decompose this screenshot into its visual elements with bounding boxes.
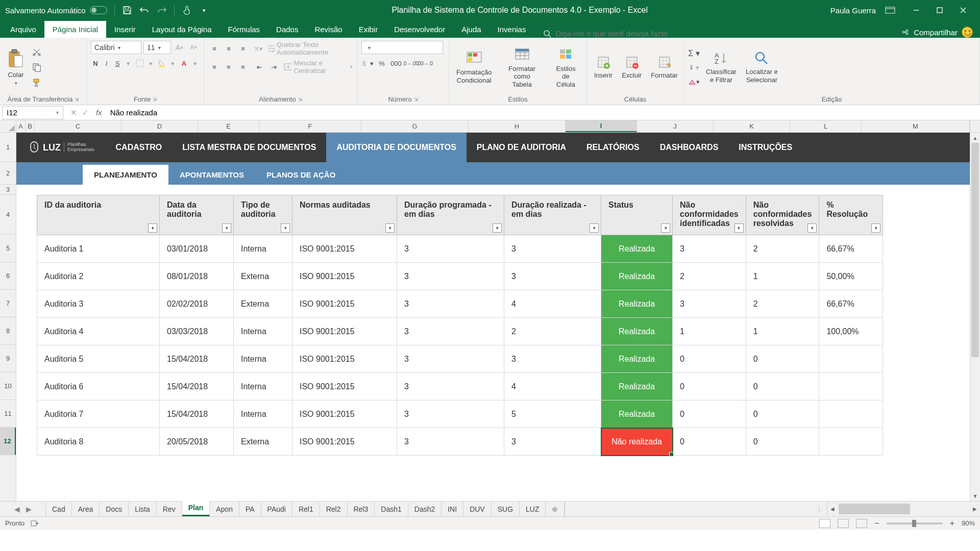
zoom-slider[interactable] bbox=[887, 522, 943, 524]
table-header[interactable]: Data da auditoria▾ bbox=[160, 195, 234, 235]
row-header-6[interactable]: 6 bbox=[0, 262, 16, 290]
filter-icon[interactable]: ▾ bbox=[734, 223, 744, 233]
cell[interactable]: 0 bbox=[746, 428, 819, 456]
font-name-combo[interactable]: Calibri▾ bbox=[91, 41, 141, 54]
align-bottom-icon[interactable]: ≡ bbox=[237, 42, 249, 55]
cell[interactable]: ISO 9001:2015 bbox=[292, 345, 397, 373]
cell[interactable]: 15/04/2018 bbox=[160, 400, 234, 428]
filter-icon[interactable]: ▾ bbox=[385, 223, 395, 233]
sheet-tab-rev[interactable]: Rev bbox=[157, 502, 182, 516]
cell[interactable]: Realizada bbox=[601, 400, 673, 428]
cell[interactable]: 20/05/2018 bbox=[160, 428, 234, 456]
new-sheet-button[interactable]: ⊕ bbox=[546, 502, 565, 516]
cell[interactable]: 3 bbox=[397, 373, 504, 400]
sheet-tab-cad[interactable]: Cad bbox=[46, 502, 72, 516]
insert-cells-button[interactable]: Inserir bbox=[591, 53, 616, 82]
subnav-tab-apontamentos[interactable]: APONTAMENTOS bbox=[168, 165, 255, 185]
ribbon-tab-exibir[interactable]: Exibir bbox=[351, 21, 386, 38]
tell-me-input[interactable] bbox=[555, 29, 729, 38]
sheet-tab-apon[interactable]: Apon bbox=[210, 502, 239, 516]
cell[interactable]: 1 bbox=[673, 318, 746, 345]
autosum-icon[interactable]: Σ ▾ bbox=[688, 47, 700, 59]
accounting-icon[interactable]: $▾ bbox=[361, 57, 374, 69]
select-all-button[interactable] bbox=[0, 120, 16, 132]
cell[interactable]: 66,67% bbox=[819, 290, 883, 318]
cell[interactable]: 0 bbox=[746, 400, 819, 428]
nav-tab-lista-mestra-de-documentos[interactable]: LISTA MESTRA DE DOCUMENTOS bbox=[172, 133, 326, 162]
copy-icon[interactable] bbox=[31, 61, 43, 73]
table-header[interactable]: Duração realizada - em dias▾ bbox=[504, 195, 601, 235]
nav-tab-auditoria-de-documentos[interactable]: AUDITORIA DE DOCUMENTOS bbox=[326, 133, 466, 162]
cell[interactable]: Interna bbox=[234, 400, 292, 428]
ribbon-tab-dados[interactable]: Dados bbox=[268, 21, 306, 38]
subnav-tab-planos-de-ação[interactable]: PLANOS DE AÇÃO bbox=[255, 165, 347, 185]
cell[interactable]: Realizada bbox=[601, 235, 673, 263]
cell[interactable] bbox=[819, 428, 883, 456]
sheet-tab-rel3[interactable]: Rel3 bbox=[348, 502, 375, 516]
sheet-tab-dash1[interactable]: Dash1 bbox=[375, 502, 408, 516]
cell[interactable]: ISO 9001:2015 bbox=[292, 263, 397, 290]
hscroll-thumb[interactable] bbox=[839, 504, 910, 514]
cell[interactable]: 2 bbox=[746, 290, 819, 318]
formula-input[interactable]: Não realizada bbox=[107, 108, 980, 117]
row-header-5[interactable]: 5 bbox=[0, 235, 16, 262]
column-header-D[interactable]: D bbox=[121, 120, 198, 132]
filter-icon[interactable]: ▾ bbox=[148, 223, 157, 233]
table-row[interactable]: Auditoria 615/04/2018InternaISO 9001:201… bbox=[37, 373, 883, 400]
cell[interactable]: 1 bbox=[746, 318, 819, 345]
filter-icon[interactable]: ▾ bbox=[661, 223, 670, 233]
cell[interactable]: 15/04/2018 bbox=[160, 373, 234, 400]
conditional-formatting-button[interactable]: Formatação Condicional bbox=[453, 48, 495, 86]
dialog-launcher-icon[interactable]: ⇲ bbox=[298, 96, 302, 102]
normal-view-button[interactable] bbox=[819, 519, 830, 528]
filter-icon[interactable]: ▾ bbox=[590, 223, 599, 233]
cell[interactable]: 3 bbox=[397, 400, 504, 428]
filter-icon[interactable]: ▾ bbox=[807, 223, 817, 233]
filter-icon[interactable]: ▾ bbox=[281, 223, 290, 233]
cancel-formula-icon[interactable]: ✕ bbox=[70, 108, 77, 117]
dialog-launcher-icon[interactable]: ⇲ bbox=[153, 96, 157, 102]
sheet-tab-paudi[interactable]: PAudi bbox=[261, 502, 292, 516]
cell[interactable]: 0 bbox=[673, 373, 746, 400]
fill-icon[interactable]: ⬇ ▾ bbox=[688, 61, 700, 73]
zoom-level[interactable]: 90% bbox=[962, 519, 975, 527]
ribbon-tab-fórmulas[interactable]: Fórmulas bbox=[220, 21, 268, 38]
font-color-icon[interactable]: A bbox=[180, 57, 189, 69]
cell[interactable]: 03/01/2018 bbox=[160, 235, 234, 263]
column-header-L[interactable]: L bbox=[790, 120, 862, 132]
column-header-G[interactable]: G bbox=[361, 120, 469, 132]
cell[interactable]: 3 bbox=[397, 263, 504, 290]
cell[interactable]: Realizada bbox=[601, 373, 673, 400]
format-cells-button[interactable]: Formatar bbox=[648, 53, 681, 82]
cell[interactable]: Auditoria 4 bbox=[37, 318, 160, 345]
align-right-icon[interactable]: ≡ bbox=[237, 61, 249, 73]
cell[interactable]: 15/04/2018 bbox=[160, 345, 234, 373]
sheet-tab-area[interactable]: Area bbox=[72, 502, 100, 516]
row-header-8[interactable]: 8 bbox=[0, 317, 16, 345]
column-header-B[interactable]: B bbox=[26, 120, 35, 132]
column-header-C[interactable]: C bbox=[35, 120, 121, 132]
ribbon-tab-página-inicial[interactable]: Página Inicial bbox=[44, 21, 106, 38]
merge-button[interactable]: Mesclar e Centralizar▾ bbox=[284, 59, 353, 74]
scroll-thumb[interactable] bbox=[971, 143, 979, 357]
cell[interactable]: Auditoria 1 bbox=[37, 235, 160, 263]
row-header-12[interactable]: 12 bbox=[0, 428, 16, 455]
filter-icon[interactable]: ▾ bbox=[493, 223, 502, 233]
redo-icon[interactable] bbox=[157, 5, 167, 15]
format-table-button[interactable]: Formatar como Tabela bbox=[498, 44, 546, 91]
bold-button[interactable]: N bbox=[91, 57, 100, 69]
cell[interactable]: 66,67% bbox=[819, 235, 883, 263]
cell[interactable]: 3 bbox=[397, 318, 504, 345]
cell[interactable]: 2 bbox=[746, 235, 819, 263]
page-layout-view-button[interactable] bbox=[838, 519, 849, 528]
cell[interactable]: 4 bbox=[504, 290, 601, 318]
column-header-M[interactable]: M bbox=[862, 120, 970, 132]
name-box[interactable]: I12▾ bbox=[2, 106, 63, 119]
number-format-combo[interactable]: ▾ bbox=[361, 41, 443, 54]
nav-tab-relatórios[interactable]: RELATÓRIOS bbox=[576, 133, 650, 162]
sheet-tab-duv[interactable]: DUV bbox=[463, 502, 492, 516]
underline-button[interactable]: S bbox=[113, 57, 122, 69]
table-header[interactable]: Normas auditadas▾ bbox=[292, 195, 397, 235]
cell[interactable]: Auditoria 5 bbox=[37, 345, 160, 373]
cell[interactable]: 03/03/2018 bbox=[160, 318, 234, 345]
